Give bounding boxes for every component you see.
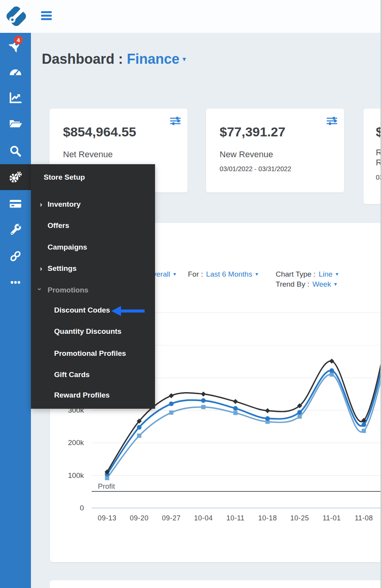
trend-by-value[interactable]: Week (312, 280, 331, 288)
svg-text:200k: 200k (68, 438, 84, 447)
metric-card-partial: $ R R 03 (363, 109, 382, 204)
chevron-down-icon: ▾ (173, 271, 176, 277)
search-icon (9, 144, 22, 158)
trend-by-label: Trend By : (276, 280, 309, 288)
folder-icon (9, 117, 22, 131)
svg-text:10-04: 10-04 (194, 514, 213, 522)
for-label: For : (188, 270, 203, 278)
svg-text:0: 0 (80, 504, 84, 512)
chart-type-label: Chart Type : (276, 270, 315, 278)
for-dropdown[interactable]: For :Last 6 Months▾ (188, 270, 258, 279)
gauge-icon (9, 65, 22, 79)
for-value[interactable]: Last 6 Months (206, 270, 252, 278)
chevron-right-icon: › (40, 201, 42, 209)
menu-item-settings[interactable]: › Settings (48, 264, 77, 273)
sidebar-item-more[interactable] (0, 272, 31, 293)
sidebar-item-billing[interactable] (0, 193, 31, 214)
svg-text:Profit: Profit (98, 482, 115, 490)
chevron-down-icon: ▾ (334, 281, 337, 287)
page-title-text: Dashboard : (42, 51, 123, 67)
svg-text:10-18: 10-18 (258, 514, 277, 522)
svg-text:09-20: 09-20 (130, 514, 149, 522)
gears-icon (8, 170, 23, 185)
credit-card-icon (9, 197, 22, 211)
metric-date-range: 03/01/2022 - 03/31/2022 (220, 165, 291, 173)
ellipsis-icon (9, 276, 22, 289)
app-logo-icon (3, 3, 29, 29)
notification-badge: 4 (14, 36, 23, 44)
svg-text:09-13: 09-13 (98, 514, 117, 522)
line-chart-icon (9, 91, 22, 104)
chevron-down-icon: › (36, 288, 44, 291)
chevron-right-icon: › (40, 265, 42, 273)
metric-label: Net Revenue (63, 150, 113, 160)
svg-text:10-11: 10-11 (226, 514, 244, 522)
sidebar-item-links[interactable] (0, 245, 31, 267)
menu-item-quantity-discounts[interactable]: Quantity Discounts (54, 327, 121, 336)
next-section-card (50, 580, 382, 588)
sidebar-item-search[interactable] (0, 140, 31, 162)
page-title: Dashboard :Finance▾ (42, 51, 186, 67)
menu-item-reward-profiles[interactable]: Reward Profiles (54, 391, 110, 399)
menu-item-promotional-profiles[interactable]: Promotional Profiles (54, 349, 126, 358)
metric-value: $77,391.27 (220, 124, 285, 139)
menu-item-offers[interactable]: Offers (48, 221, 69, 230)
store-setup-menu: Store Setup › Inventory Offers Campaigns… (31, 164, 155, 409)
metric-card-new-revenue: $77,391.27 New Revenue 03/01/2022 - 03/3… (206, 109, 344, 192)
menu-item-discount-codes[interactable]: Discount Codes (54, 306, 110, 314)
wrench-icon (9, 223, 22, 236)
sidebar-item-tools[interactable] (0, 219, 31, 241)
sliders-icon[interactable] (327, 116, 337, 125)
sliders-icon[interactable] (170, 116, 181, 125)
metric-value: $854,964.55 (63, 124, 136, 139)
svg-text:100k: 100k (68, 471, 84, 479)
sidebar-item-files[interactable] (0, 113, 31, 135)
menu-item-gift-cards[interactable]: Gift Cards (54, 370, 90, 379)
menu-item-campaigns[interactable]: Campaigns (48, 243, 87, 252)
topbar (0, 0, 382, 33)
sidebar: 4 (0, 33, 31, 588)
sidebar-item-store-setup[interactable] (0, 167, 31, 188)
sidebar-item-dashboard[interactable] (0, 61, 31, 83)
chevron-down-icon: ▾ (336, 271, 338, 277)
chart-type-value[interactable]: Line (319, 270, 333, 278)
svg-text:10-25: 10-25 (290, 514, 309, 522)
trend-by-dropdown[interactable]: Trend By :Week▾ (276, 280, 337, 289)
scrollbar[interactable] (380, 0, 382, 588)
sidebar-item-analytics[interactable] (0, 87, 31, 109)
metric-label: New Revenue (220, 150, 273, 160)
menu-item-promotions[interactable]: › Promotions (48, 286, 89, 294)
chevron-down-icon: ▾ (182, 55, 186, 63)
dashboard-type-selector[interactable]: Finance (127, 51, 179, 67)
chevron-down-icon: ▾ (255, 271, 258, 277)
chart-type-dropdown[interactable]: Chart Type :Line▾ (276, 270, 338, 279)
menu-title: Store Setup (44, 173, 85, 182)
svg-text:11-08: 11-08 (355, 514, 373, 522)
svg-text:09-27: 09-27 (162, 514, 181, 522)
link-icon (9, 250, 22, 263)
menu-toggle-icon[interactable] (41, 11, 52, 21)
sidebar-item-notifications[interactable]: 4 (0, 35, 31, 56)
menu-item-inventory[interactable]: › Inventory (48, 200, 81, 209)
svg-text:11-01: 11-01 (322, 514, 341, 522)
